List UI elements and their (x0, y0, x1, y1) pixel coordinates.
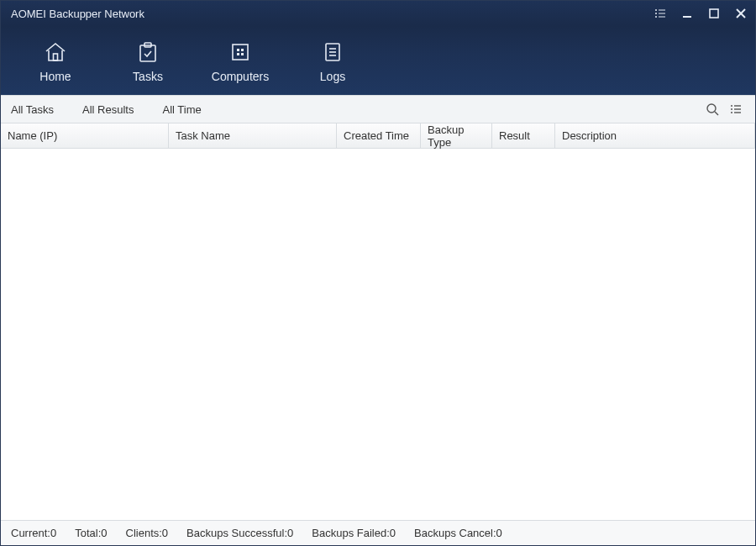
svg-line-23 (715, 112, 718, 115)
status-bar: Current:0 Total:0 Clients:0 Backups Succ… (1, 520, 755, 545)
svg-point-28 (731, 112, 732, 113)
svg-point-4 (655, 16, 657, 18)
maximize-button[interactable] (706, 6, 722, 21)
status-current: Current:0 (11, 527, 56, 539)
nav-tasks-label: Tasks (133, 70, 163, 83)
svg-point-24 (731, 105, 732, 107)
col-header-task[interactable]: Task Name (169, 123, 337, 148)
search-icon[interactable] (703, 100, 722, 118)
filter-all-tasks[interactable]: All Tasks (11, 103, 54, 116)
nav-computers[interactable]: Computers (211, 38, 270, 83)
nav-logs-label: Logs (320, 70, 345, 83)
svg-rect-13 (233, 45, 248, 60)
filter-bar: All Tasks All Results All Time (1, 95, 755, 123)
list-view-icon[interactable] (727, 100, 745, 118)
minimize-button[interactable] (680, 6, 695, 21)
status-clients: Clients:0 (126, 527, 169, 539)
svg-point-0 (655, 9, 657, 11)
nav-tasks[interactable]: Tasks (118, 38, 177, 83)
table-header: Name (IP) Task Name Created Time Backup … (1, 123, 755, 149)
nav-computers-label: Computers (212, 70, 269, 83)
col-header-result[interactable]: Result (492, 123, 555, 148)
table-body-empty (1, 149, 755, 520)
nav-home-label: Home (39, 70, 71, 83)
svg-rect-16 (237, 53, 239, 55)
filter-all-time[interactable]: All Time (162, 103, 201, 116)
nav-logs[interactable]: Logs (303, 38, 362, 83)
status-success: Backups Successful:0 (186, 527, 293, 539)
status-failed: Backups Failed:0 (312, 527, 396, 539)
tasks-icon (135, 38, 160, 66)
nav-home[interactable]: Home (26, 38, 85, 83)
svg-point-26 (731, 108, 732, 110)
svg-rect-11 (140, 45, 155, 61)
logs-icon (320, 38, 345, 66)
home-icon (43, 38, 68, 66)
app-window: AOMEI Backupper Network Home (0, 0, 756, 546)
svg-rect-15 (241, 49, 244, 51)
status-cancel: Backups Cancel:0 (414, 527, 502, 539)
status-total: Total:0 (75, 527, 107, 539)
close-button[interactable] (733, 6, 748, 21)
menu-list-icon[interactable] (653, 6, 668, 21)
svg-point-22 (707, 104, 716, 113)
titlebar: AOMEI Backupper Network (1, 1, 755, 26)
window-title: AOMEI Backupper Network (11, 8, 653, 20)
col-header-description[interactable]: Description (555, 123, 755, 148)
svg-rect-17 (241, 53, 244, 55)
svg-rect-14 (237, 49, 239, 51)
navbar: Home Tasks Computers Logs (1, 26, 755, 95)
svg-rect-7 (710, 9, 718, 18)
filter-all-results[interactable]: All Results (82, 103, 134, 116)
window-controls (653, 6, 748, 21)
svg-point-2 (655, 13, 657, 14)
svg-rect-10 (54, 54, 58, 60)
col-header-created[interactable]: Created Time (337, 123, 421, 148)
col-header-backup-type[interactable]: Backup Type (421, 123, 492, 148)
computers-icon (228, 38, 253, 66)
col-header-name[interactable]: Name (IP) (1, 123, 169, 148)
